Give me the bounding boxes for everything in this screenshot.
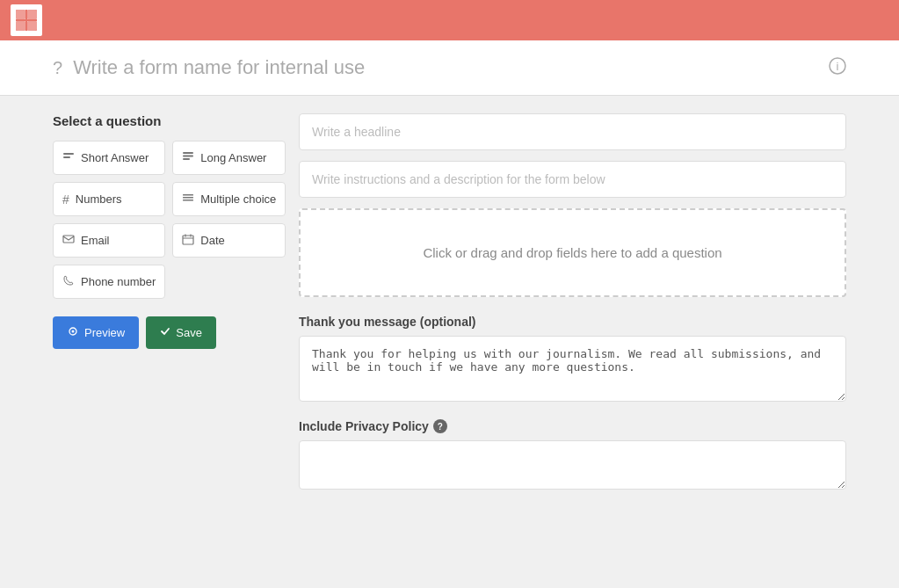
main-area: Select a question Short Answer	[0, 96, 899, 588]
thank-you-section: Thank you message (optional) Thank you f…	[299, 315, 846, 405]
form-name-input[interactable]	[73, 56, 818, 79]
save-checkmark-icon	[160, 326, 170, 339]
privacy-textarea[interactable]	[299, 440, 846, 490]
multiple-choice-button[interactable]: Multiple choice	[172, 182, 286, 216]
svg-rect-18	[183, 236, 193, 244]
phone-icon	[62, 274, 75, 289]
svg-rect-16	[183, 200, 193, 201]
right-panel: Click or drag and drop fields here to ad…	[299, 113, 846, 570]
svg-rect-15	[183, 197, 193, 199]
short-answer-button[interactable]: Short Answer	[53, 141, 165, 175]
left-panel: Select a question Short Answer	[53, 113, 264, 570]
svg-rect-10	[63, 156, 70, 158]
privacy-label: Include Privacy Policy ?	[299, 419, 846, 433]
headline-input[interactable]	[299, 113, 846, 150]
numbers-icon: #	[62, 192, 69, 207]
preview-icon	[67, 325, 79, 340]
svg-rect-12	[183, 156, 193, 157]
save-button[interactable]: Save	[146, 316, 216, 349]
question-grid: Short Answer Long Answer # Numbers	[53, 141, 264, 299]
thank-you-textarea[interactable]: Thank you for helping us with our journa…	[299, 336, 846, 402]
svg-text:i: i	[837, 60, 839, 73]
multiple-choice-icon	[182, 192, 194, 207]
svg-rect-13	[183, 158, 190, 160]
select-question-heading: Select a question	[53, 113, 264, 128]
preview-button[interactable]: Preview	[53, 316, 139, 349]
short-answer-icon	[62, 150, 75, 165]
info-icon[interactable]: i	[829, 57, 846, 79]
logo	[11, 4, 42, 36]
date-icon	[182, 233, 194, 248]
privacy-section: Include Privacy Policy ?	[299, 419, 846, 493]
page-content: ? i Select a question	[0, 40, 899, 588]
email-button[interactable]: Email	[53, 223, 165, 258]
description-input[interactable]	[299, 161, 846, 198]
top-bar	[0, 0, 899, 40]
svg-rect-14	[183, 194, 193, 196]
date-button[interactable]: Date	[172, 223, 286, 258]
phone-number-button[interactable]: Phone number	[53, 265, 165, 299]
drop-zone[interactable]: Click or drag and drop fields here to ad…	[299, 208, 846, 297]
form-title-bar: ? i	[0, 40, 899, 96]
email-icon	[62, 233, 75, 248]
svg-point-23	[72, 330, 75, 333]
svg-rect-11	[183, 152, 193, 154]
svg-rect-17	[63, 236, 74, 243]
long-answer-icon	[182, 150, 194, 165]
help-icon[interactable]: ?	[53, 58, 62, 78]
thank-you-label: Thank you message (optional)	[299, 315, 846, 329]
numbers-button[interactable]: # Numbers	[53, 182, 165, 216]
long-answer-button[interactable]: Long Answer	[172, 141, 286, 175]
svg-rect-9	[63, 153, 74, 155]
privacy-info-icon[interactable]: ?	[433, 419, 447, 433]
action-buttons: Preview Save	[53, 316, 264, 349]
